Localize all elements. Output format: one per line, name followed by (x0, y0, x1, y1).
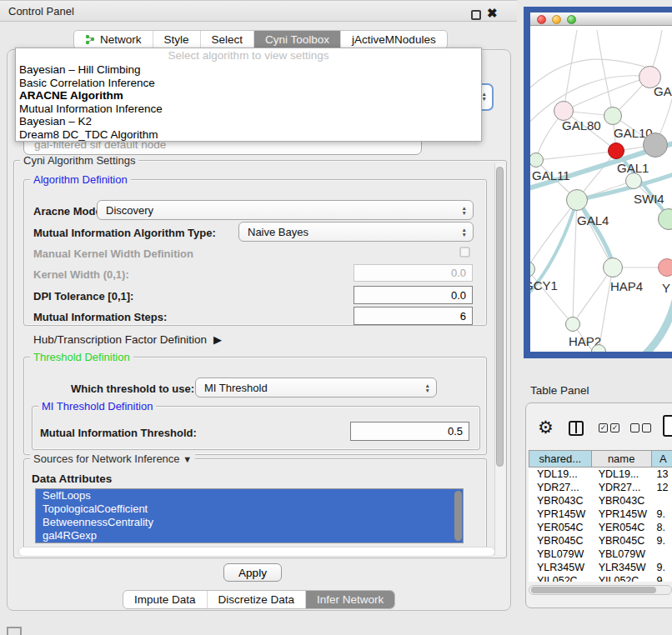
list-item[interactable]: gal4RGexp (36, 529, 463, 542)
checked-box-icon: ✓ (610, 423, 619, 432)
close-icon[interactable]: ✖ (487, 6, 498, 21)
network-node-gal1[interactable] (608, 142, 624, 159)
dropdown-option-mutual-information[interactable]: Mutual Information Inference (16, 102, 481, 116)
cell: 9. (651, 574, 672, 582)
cell: YDR27... (592, 481, 652, 494)
cell: 13 (651, 468, 672, 481)
dropdown-option-basic-correlation[interactable]: Basic Correlation Inference (16, 77, 481, 90)
network-node-hap4[interactable] (603, 258, 623, 278)
tab-network[interactable]: Network (74, 31, 153, 48)
dpi-tolerance-label: DPI Tolerance [0,1]: (33, 290, 133, 302)
kernel-width-value: 0.0 (451, 267, 466, 279)
network-node-gray[interactable] (643, 132, 668, 158)
select-all-columns-icon[interactable]: ✓ ✓ (599, 423, 619, 432)
tab-infer-network[interactable]: Infer Network (306, 591, 394, 608)
column-header-shared-name[interactable]: shared... (529, 450, 592, 468)
cell: YER054C (529, 521, 592, 534)
hub-definition-label: Hub/Transcription Factor Definition (33, 333, 207, 346)
algorithm-dropdown-list: Select algorithm to view settings Bayesi… (15, 48, 482, 142)
tab-discretize-data-label: Discretize Data (218, 593, 295, 606)
new-column-icon[interactable] (663, 415, 672, 437)
dropdown-option-aracne[interactable]: ARACNE Algorithm (16, 89, 481, 102)
network-node-gal4[interactable] (566, 189, 588, 211)
attributes-list-scrollbar-thumb[interactable] (454, 491, 462, 541)
settings-horizontal-scrollbar[interactable] (18, 547, 495, 557)
network-node-swi4[interactable] (625, 172, 642, 189)
close-traffic-light-icon[interactable] (537, 15, 546, 24)
cell: YBR043C (592, 494, 652, 508)
zoom-traffic-light-icon[interactable] (567, 15, 576, 24)
tab-cyni-toolbox[interactable]: Cyni Toolbox (254, 31, 341, 48)
collapsed-panel-icon[interactable] (7, 627, 22, 635)
expanded-arrow-icon: ▼ (183, 454, 192, 464)
node-label: GAL4 (577, 213, 609, 228)
threshold-definition-title: Threshold Definition (30, 351, 133, 363)
table-row[interactable]: YLR345WYLR345W9. (529, 561, 672, 574)
columns-icon[interactable] (569, 421, 584, 436)
table-row[interactable]: YDL19...YDL19...13 (529, 468, 672, 481)
table-row[interactable]: YPR145WYPR145W9. (529, 508, 672, 521)
collapsed-arrow-icon: ▶ (213, 333, 222, 346)
cyni-algorithm-settings-title: Cyni Algorithm Settings (20, 154, 138, 167)
network-canvas[interactable]: GAL GAL80 GAL10 GAL1 GAL11 GAL4 SWI4 GCY… (530, 26, 672, 352)
mi-threshold-field[interactable]: 0.5 (350, 422, 469, 441)
tab-impute-data[interactable]: Impute Data (123, 591, 208, 608)
cell: YBL079W (529, 548, 592, 561)
deselect-all-columns-icon[interactable] (630, 423, 651, 432)
tab-discretize-data[interactable]: Discretize Data (208, 591, 307, 608)
tab-cyni-toolbox-label: Cyni Toolbox (265, 33, 329, 46)
tab-impute-data-label: Impute Data (134, 593, 196, 606)
tab-jactivemnodules[interactable]: jActiveMNodules (341, 31, 447, 48)
table-row[interactable]: YBR043CYBR043C (529, 494, 672, 508)
table-row[interactable]: YBR045CYBR045C9. (529, 534, 672, 548)
table-horizontal-scrollbar-thumb[interactable] (531, 587, 656, 593)
unchecked-box-icon (630, 423, 639, 432)
aracne-mode-combo[interactable]: Discovery ▲▼ (97, 200, 474, 220)
table-row[interactable]: YER054CYER054C8. (529, 521, 672, 534)
mi-steps-field[interactable]: 6 (354, 307, 473, 325)
cell: YPR145W (529, 508, 592, 521)
kernel-width-label: Kernel Width (0,1): (33, 268, 129, 281)
network-node-salmon[interactable] (658, 258, 672, 277)
table-row[interactable]: YIL052CYIL052C9. (529, 574, 672, 582)
list-item[interactable]: BetweennessCentrality (36, 516, 463, 529)
sources-group-title[interactable]: Sources for Network Inference ▼ (30, 452, 195, 465)
sources-title-label: Sources for Network Inference (33, 452, 180, 465)
control-panel-tab-bar: Network Style Select Cyni Toolbox jActiv… (73, 30, 448, 49)
network-node-gal10[interactable] (604, 107, 622, 125)
table-row[interactable]: YBL079WYBL079W (529, 548, 672, 561)
network-window-titlebar[interactable] (530, 12, 672, 26)
which-threshold-combo[interactable]: MI Threshold ▲▼ (195, 378, 437, 398)
node-table[interactable]: shared... name A YDL19...YDL19...13 YDR2… (529, 450, 672, 582)
unchecked-box-icon (642, 423, 651, 432)
list-item[interactable]: TopologicalCoefficient (36, 502, 463, 516)
data-attributes-list[interactable]: SelfLoops TopologicalCoefficient Between… (35, 488, 464, 543)
kernel-width-field: 0.0 (354, 264, 473, 282)
float-window-icon[interactable] (471, 10, 481, 20)
dropdown-option-bayesian-hill-climbing[interactable]: Bayesian – Hill Climbing (16, 63, 481, 77)
dpi-tolerance-value: 0.0 (451, 289, 466, 302)
gear-icon[interactable]: ⚙ (538, 418, 554, 438)
algorithm-dropdown-placeholder: Select algorithm to view settings (16, 48, 481, 63)
dropdown-option-dream8[interactable]: Dream8 DC_TDC Algorithm (16, 128, 481, 142)
table-row[interactable]: YDR27...YDR27...12 (529, 481, 672, 494)
mi-type-combo[interactable]: Naive Bayes ▲▼ (238, 222, 474, 242)
dropdown-option-bayesian-k2[interactable]: Bayesian – K2 (16, 115, 481, 128)
apply-button[interactable]: Apply (223, 563, 282, 582)
mi-steps-label: Mutual Information Steps: (33, 311, 167, 323)
node-label: HAP4 (610, 279, 643, 293)
hub-definition-toggle[interactable]: Hub/Transcription Factor Definition▶ (33, 333, 222, 346)
manual-kernel-checkbox[interactable] (459, 247, 470, 258)
tab-select[interactable]: Select (201, 31, 255, 48)
column-header-name[interactable]: name (592, 450, 652, 468)
tab-style[interactable]: Style (153, 31, 201, 48)
screen: Control Panel ✖ Network Style Select Cyn… (0, 0, 672, 635)
node-label: SWI4 (634, 192, 664, 206)
minimize-traffic-light-icon[interactable] (552, 15, 561, 24)
settings-scrollbar-thumb[interactable] (496, 167, 504, 467)
dpi-tolerance-field[interactable]: 0.0 (354, 286, 473, 304)
network-node-hap2[interactable] (565, 317, 580, 332)
column-header-partial[interactable]: A (652, 450, 672, 468)
cell: 9. (651, 561, 672, 574)
list-item[interactable]: SelfLoops (36, 489, 463, 502)
